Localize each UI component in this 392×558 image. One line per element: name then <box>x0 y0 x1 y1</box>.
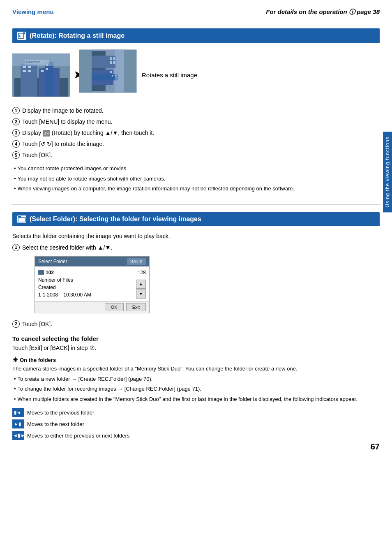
svg-rect-9 <box>23 70 26 72</box>
svg-rect-19 <box>92 56 116 68</box>
select-folder-intro: Selects the folder containing the image … <box>12 233 380 239</box>
section-divider <box>12 204 380 205</box>
select-folder-title: (Select Folder): Selecting the folder fo… <box>30 215 201 223</box>
step-5: 5 Touch [OK]. <box>12 151 380 160</box>
dialog-titlebar: Select Folder BACK <box>35 257 149 266</box>
both-folder-icon: ◄▮► <box>12 431 24 440</box>
dialog-title: Select Folder <box>38 258 67 265</box>
operation-reference: For details on the operation ⓘ page 38 <box>266 8 380 16</box>
dialog-folder-info: 102 Number of Files Created <box>38 269 136 299</box>
svg-text:SONY DSC: SONY DSC <box>25 61 40 64</box>
rotate-steps: 1 Display the image to be rotated. 2 Tou… <box>12 107 380 160</box>
rotate-title: (Rotate): Rotating a still image <box>30 32 125 39</box>
tip-bullet-2: To change the folder for recording image… <box>12 385 380 393</box>
svg-rect-13 <box>46 68 48 70</box>
folder-icon <box>17 215 26 223</box>
dialog-folder-name: 102 <box>38 269 136 276</box>
dialog-content: 102 Number of Files Created <box>35 266 149 301</box>
svg-text:◄▮►: ◄▮► <box>13 433 24 438</box>
svg-rect-29 <box>115 50 124 93</box>
note-2: You may not be able to rotate images sho… <box>12 175 380 183</box>
section-label: Viewing menu <box>12 8 54 15</box>
prev-folder-icon: ▮◄ <box>12 408 24 417</box>
dialog-right: 128 ▲ ▼ <box>136 269 146 299</box>
folder-mini-icon <box>38 270 44 275</box>
step-4: 4 Touch [↺ ↻] to rotate the image. <box>12 140 380 148</box>
both-folder-label: Moves to either the previous or next fol… <box>27 433 129 439</box>
dialog-files-count: 128 <box>138 269 146 276</box>
rotate-section-header: A (Rotate): Rotating a still image <box>12 28 380 43</box>
tip-text: The camera stores images in a specified … <box>12 366 380 372</box>
tip-bullet-3: When multiple folders are created in the… <box>12 395 380 403</box>
select-folder-header: (Select Folder): Selecting the folder fo… <box>12 212 380 226</box>
svg-rect-8 <box>28 66 31 68</box>
dialog-created-label: Created <box>38 284 136 291</box>
page-number: 67 <box>371 442 380 451</box>
svg-text:►▮: ►▮ <box>14 421 21 426</box>
svg-rect-28 <box>112 75 113 76</box>
scroll-up-button[interactable]: ▲ <box>136 280 146 289</box>
select-step-1: 1 Select the desired folder with ▲/▼. Se… <box>12 243 380 317</box>
svg-rect-23 <box>113 61 115 64</box>
dialog-footer: OK Exit <box>35 301 149 313</box>
svg-rect-4 <box>21 64 37 97</box>
cancel-text: Touch [Exit] or [BACK] in step ②. <box>12 345 380 351</box>
tip-bullets: To create a new folder → [Create REC.Fol… <box>12 375 380 403</box>
rotate-menu-icon: ↺A <box>43 130 50 137</box>
cancel-heading: To cancel selecting the folder <box>12 335 380 342</box>
dialog-exit-button[interactable]: Exit <box>126 303 146 311</box>
rotate-section: A (Rotate): Rotating a still image <box>12 28 380 193</box>
after-image <box>79 50 137 93</box>
indicator-prev: ▮◄ Moves to the previous folder <box>12 408 380 417</box>
prev-folder-label: Moves to the previous folder <box>27 410 94 416</box>
step-3: 3 Display ↺A (Rotate) by touching ▲/▼, t… <box>12 129 380 137</box>
svg-rect-26 <box>110 71 112 73</box>
rotate-description: Rotates a still image. <box>142 72 199 79</box>
svg-rect-7 <box>23 66 26 68</box>
tip-heading: ☀ On the folders <box>12 356 380 364</box>
svg-rect-10 <box>28 70 31 72</box>
step-1: 1 Display the image to be rotated. <box>12 107 380 115</box>
next-folder-label: Moves to the next folder <box>27 421 84 427</box>
tip-icon: ☀ <box>12 356 18 364</box>
step-2: 2 Touch [MENU] to display the menu. <box>12 118 380 126</box>
next-folder-icon: ►▮ <box>12 419 24 428</box>
indicator-next: ►▮ Moves to the next folder <box>12 419 380 428</box>
svg-rect-21 <box>92 74 118 81</box>
select-folder-steps: 1 Select the desired folder with ▲/▼. Se… <box>12 243 380 329</box>
note-3: When viewing images on a computer, the i… <box>12 185 380 193</box>
page-header: Viewing menu For details on the operatio… <box>12 8 380 16</box>
side-tab: Using the viewing functions <box>383 132 392 212</box>
dialog-scroll-controls: ▲ ▼ <box>136 280 146 299</box>
rotate-images: SONY DSC ➤ <box>12 50 380 100</box>
dialog-folder-row: 102 Number of Files Created <box>38 269 146 299</box>
svg-rect-11 <box>41 70 44 72</box>
svg-rect-25 <box>110 61 112 64</box>
indicator-both: ◄▮► Moves to either the previous or next… <box>12 431 380 440</box>
svg-text:A: A <box>19 35 21 37</box>
dialog-created-date: 1-1-2008 10:30:00 AM <box>38 291 136 299</box>
svg-text:▮◄: ▮◄ <box>14 410 21 415</box>
select-folder-dialog: Select Folder BACK 102 <box>35 256 150 313</box>
svg-text:↺A: ↺A <box>44 132 49 136</box>
svg-rect-22 <box>113 57 115 60</box>
rotate-notes: You cannot rotate protected images or mo… <box>12 164 380 193</box>
before-image: SONY DSC <box>12 53 70 97</box>
note-1: You cannot rotate protected images or mo… <box>12 164 380 173</box>
tip-bullet-1: To create a new folder → [Create REC.Fol… <box>12 375 380 383</box>
dialog-back-button[interactable]: BACK <box>127 258 146 265</box>
dialog-files-label: Number of Files <box>38 276 136 284</box>
svg-rect-6 <box>45 62 53 97</box>
select-step-2: 2 Touch [OK]. <box>12 320 380 329</box>
scroll-down-button[interactable]: ▼ <box>136 289 146 299</box>
select-folder-section: (Select Folder): Selecting the folder fo… <box>12 212 380 440</box>
rotate-icon: A <box>17 32 26 40</box>
dialog-ok-button[interactable]: OK <box>105 303 124 311</box>
svg-rect-24 <box>110 57 112 60</box>
